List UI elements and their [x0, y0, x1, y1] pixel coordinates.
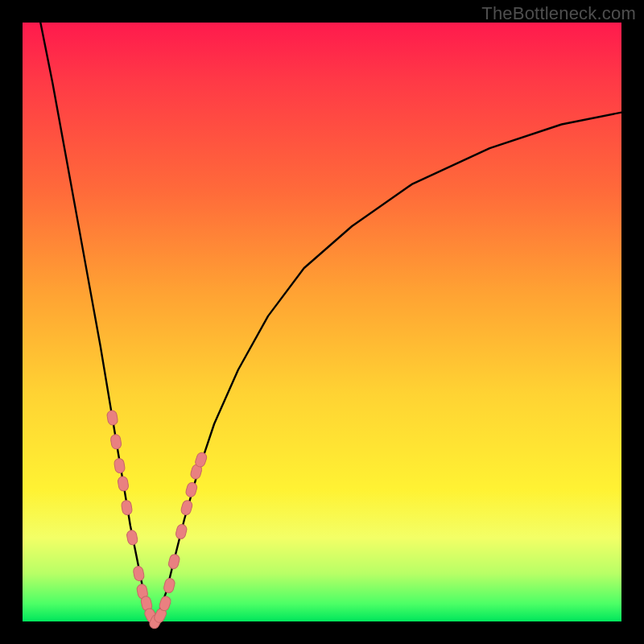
svg-rect-17	[185, 481, 198, 498]
svg-rect-13	[163, 577, 175, 593]
marker	[118, 476, 130, 492]
marker	[175, 523, 188, 539]
svg-rect-1	[110, 434, 122, 450]
curve-layer	[23, 23, 621, 621]
marker	[106, 410, 118, 426]
svg-rect-0	[106, 410, 118, 426]
svg-rect-4	[121, 500, 133, 516]
svg-rect-6	[133, 565, 145, 581]
marker	[163, 577, 175, 593]
marker	[110, 434, 122, 450]
series-left-branch	[40, 23, 154, 621]
curves	[40, 23, 621, 621]
marker	[133, 565, 145, 581]
marker	[126, 530, 138, 546]
watermark-text: TheBottleneck.com	[481, 3, 636, 24]
svg-rect-15	[175, 523, 188, 539]
svg-rect-3	[118, 476, 130, 492]
marker	[114, 458, 126, 474]
marker	[121, 500, 133, 516]
marker	[180, 499, 193, 516]
svg-rect-5	[126, 530, 138, 546]
svg-rect-16	[180, 499, 193, 516]
marker-points	[106, 410, 208, 630]
svg-rect-2	[114, 458, 126, 474]
chart-frame: TheBottleneck.com	[0, 0, 644, 644]
marker	[167, 553, 180, 569]
svg-rect-14	[167, 553, 180, 569]
series-right-branch	[155, 113, 621, 621]
marker	[185, 481, 198, 498]
plot-area	[23, 23, 621, 621]
